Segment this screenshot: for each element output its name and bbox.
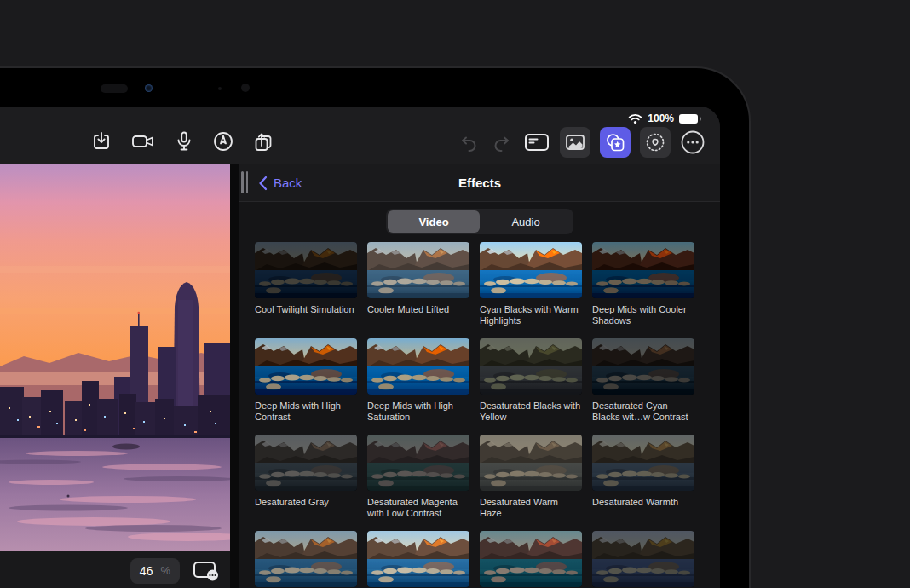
import-icon	[90, 130, 112, 153]
zoom-value: 46	[140, 564, 153, 578]
effect-thumbnail	[367, 531, 469, 587]
toolbar-right-group	[457, 127, 706, 158]
effect-label: Cooler Muted Lifted	[367, 304, 469, 315]
panel-header: Back Effects	[239, 164, 720, 202]
titles-icon	[523, 131, 550, 153]
viewer-options-button[interactable]	[193, 560, 219, 581]
effect-card[interactable]	[592, 531, 694, 588]
effect-card[interactable]	[367, 531, 469, 588]
effect-card[interactable]: Desaturated Warm Haze	[480, 435, 582, 531]
effect-thumbnail	[255, 531, 357, 587]
video-camera-icon	[130, 131, 156, 152]
effect-card[interactable]: Desaturated Blacks with Yellow	[480, 338, 582, 435]
microphone-icon	[174, 130, 194, 153]
share-icon	[252, 130, 276, 153]
jog-wheel-button[interactable]	[640, 127, 671, 158]
effect-card[interactable]: Desaturated Cyan Blacks wit…w Contrast	[592, 338, 694, 435]
effect-card[interactable]: Deep Mids with High Saturation	[367, 338, 469, 435]
redo-button[interactable]	[490, 130, 514, 154]
effect-label: Cyan Blacks with Warm Highlights	[480, 304, 582, 326]
content-area: 46 %	[0, 164, 720, 588]
pencil-draw-icon	[212, 130, 234, 153]
toolbar: 100%	[0, 107, 720, 164]
undo-button[interactable]	[457, 130, 481, 154]
effect-card[interactable]: Deep Mids with Cooler Shadows	[592, 242, 694, 338]
wifi-icon	[628, 113, 642, 124]
video-audio-segmented-control: Video Audio	[386, 209, 573, 234]
effect-label: Desaturated Gray	[255, 497, 357, 508]
effect-thumbnail	[592, 435, 694, 491]
viewer-options-icon	[193, 560, 219, 581]
effect-thumbnail	[367, 338, 469, 395]
effect-thumbnail	[367, 242, 469, 298]
effect-card[interactable]: Cool Twilight Simulation	[255, 242, 357, 338]
panel-title: Effects	[239, 164, 720, 202]
undo-icon	[457, 130, 481, 154]
media-photo-icon	[566, 135, 585, 150]
effect-label: Deep Mids with High Contrast	[255, 401, 357, 423]
import-button[interactable]	[90, 130, 112, 153]
tab-video[interactable]: Video	[388, 210, 480, 233]
back-button[interactable]: Back	[258, 164, 302, 202]
effect-label: Desaturated Warm Haze	[480, 497, 582, 519]
jog-wheel-icon	[644, 131, 666, 153]
effect-card[interactable]: Cyan Blacks with Warm Highlights	[480, 242, 582, 338]
zoom-level-control[interactable]: 46 %	[130, 558, 180, 584]
effect-thumbnail	[367, 435, 469, 491]
zoom-unit: %	[160, 564, 170, 577]
effect-thumbnail	[592, 531, 694, 587]
effect-label: Cool Twilight Simulation	[255, 304, 357, 315]
ipad-device: 100%	[0, 66, 751, 588]
effects-star-icon	[605, 132, 625, 153]
more-button[interactable]	[680, 130, 706, 155]
effect-label: Desaturated Magenta with Low Contrast	[367, 497, 469, 519]
status-bar: 100%	[628, 112, 698, 124]
effects-button[interactable]	[600, 127, 631, 158]
effect-thumbnail	[480, 242, 582, 298]
back-label: Back	[274, 176, 302, 190]
battery-icon	[679, 114, 698, 124]
viewer-bottom-bar: 46 %	[0, 551, 230, 588]
bezel-sensor	[101, 84, 128, 93]
battery-percent: 100%	[648, 112, 674, 124]
effects-grid: Cool Twilight Simulation Cooler Muted Li…	[255, 242, 720, 588]
bezel-sensor-2	[241, 84, 250, 92]
toolbar-left-group	[90, 130, 276, 153]
effect-card[interactable]	[480, 531, 582, 588]
front-camera	[145, 84, 153, 92]
effect-thumbnail	[480, 435, 582, 491]
chevron-left-icon	[258, 176, 268, 191]
microphone-button[interactable]	[174, 130, 194, 153]
more-ellipsis-icon	[680, 130, 706, 155]
viewer-canvas[interactable]	[0, 164, 230, 551]
redo-icon	[490, 130, 514, 154]
effect-thumbnail	[592, 338, 694, 395]
media-button[interactable]	[560, 127, 590, 158]
effect-card[interactable]	[255, 531, 357, 588]
record-button[interactable]	[130, 131, 156, 152]
effect-card[interactable]: Deep Mids with High Contrast	[255, 338, 357, 435]
effect-card[interactable]: Cooler Muted Lifted	[367, 242, 469, 338]
effect-thumbnail	[255, 338, 357, 395]
effect-thumbnail	[592, 242, 694, 298]
effects-panel: Back Effects Video Audio	[239, 164, 720, 588]
panel-body: Video Audio Cool Twilight Simulatio	[239, 202, 720, 588]
draw-button[interactable]	[212, 130, 234, 153]
effect-label: Desaturated Cyan Blacks wit…w Contrast	[592, 401, 694, 423]
panel-drag-handle[interactable]	[241, 171, 248, 193]
effect-card[interactable]: Desaturated Magenta with Low Contrast	[367, 435, 469, 531]
effect-label: Deep Mids with Cooler Shadows	[592, 304, 694, 326]
effect-label: Desaturated Blacks with Yellow	[480, 401, 582, 423]
effect-thumbnail	[480, 338, 582, 395]
effect-label: Deep Mids with High Saturation	[367, 401, 469, 423]
sunset-city-preview	[0, 164, 230, 551]
effect-thumbnail	[255, 435, 357, 491]
app-screen: 100%	[0, 107, 720, 588]
effect-card[interactable]: Desaturated Warmth	[592, 435, 694, 531]
tab-audio[interactable]: Audio	[480, 210, 572, 233]
bezel-dot	[218, 87, 222, 90]
share-button[interactable]	[252, 130, 276, 153]
titles-button[interactable]	[523, 131, 550, 153]
effect-card[interactable]: Desaturated Gray	[255, 435, 357, 531]
effect-label: Desaturated Warmth	[592, 497, 694, 508]
